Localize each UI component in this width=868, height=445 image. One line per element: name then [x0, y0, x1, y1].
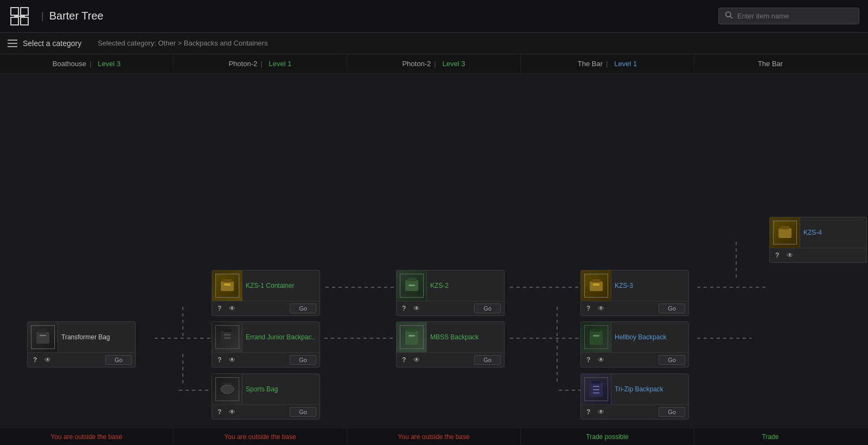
go-btn-kzs2[interactable]: Go — [474, 304, 501, 313]
eye-btn-transformer[interactable]: 👁 — [42, 355, 53, 365]
svg-rect-29 — [409, 335, 415, 337]
col-level-boathouse: Level 3 — [98, 60, 120, 68]
svg-rect-24 — [223, 330, 232, 332]
header-divider: | — [41, 10, 44, 22]
vert-col1 — [182, 307, 183, 338]
item-name-hellboy: Hellboy Backpack — [615, 333, 685, 341]
svg-rect-14 — [409, 285, 415, 286]
question-btn-errand[interactable]: ? — [215, 355, 224, 365]
item-info-transformer: Transformer Bag — [58, 322, 135, 352]
item-name-mbss: MBSS Backpack — [430, 333, 501, 341]
go-btn-transformer[interactable]: Go — [105, 355, 132, 365]
hamburger-menu[interactable] — [8, 40, 17, 47]
selected-category: Selected category: Other > Backpacks and… — [98, 39, 267, 47]
go-btn-errand[interactable]: Go — [290, 355, 316, 365]
col-header-boathouse: Boathouse | Level 3 — [0, 54, 174, 73]
footer-col-1: You are outside the base — [0, 428, 174, 445]
item-info-mbss: MBSS Backpack — [427, 322, 504, 352]
svg-rect-21 — [39, 330, 47, 333]
svg-rect-9 — [221, 281, 234, 291]
item-actions-mbss: ? 👁 Go — [397, 352, 504, 367]
item-actions-kzs1: ? 👁 Go — [212, 301, 320, 315]
svg-rect-34 — [223, 383, 232, 385]
item-info-kzs4: KZS-4 — [800, 217, 866, 248]
item-actions-kzs3: ? 👁 Go — [581, 301, 688, 315]
eye-btn-kzs3[interactable]: 👁 — [596, 304, 607, 313]
col-level-thebar-l1: Level 1 — [614, 60, 637, 68]
go-btn-kzs3[interactable]: Go — [659, 304, 685, 313]
svg-rect-11 — [224, 283, 231, 286]
svg-rect-18 — [778, 228, 792, 238]
item-card-kzs3: KZS-3 ? 👁 Go — [580, 270, 689, 316]
arrow-hellboy-right — [697, 338, 751, 339]
question-btn-sports[interactable]: ? — [215, 407, 224, 417]
item-info-kzs1: KZS-1 Container — [242, 270, 320, 301]
go-btn-hellboy[interactable]: Go — [659, 355, 685, 365]
item-thumb-kzs4 — [770, 217, 800, 248]
question-btn-transformer[interactable]: ? — [31, 355, 39, 365]
svg-rect-26 — [224, 337, 231, 339]
question-btn-kzs3[interactable]: ? — [584, 304, 592, 313]
arrow-kzs3-kzs4 — [697, 287, 768, 288]
col-name-thebar-l1: The Bar — [578, 60, 603, 68]
svg-rect-37 — [593, 386, 599, 387]
item-info-kzs2: KZS-2 — [427, 270, 504, 301]
go-btn-kzs1[interactable]: Go — [290, 304, 316, 313]
item-card-kzs4: KZS-4 ? 👁 — [769, 217, 867, 263]
item-actions-hellboy: ? 👁 Go — [581, 352, 688, 367]
svg-rect-10 — [223, 279, 232, 282]
col-header-thebar-l1: The Bar | Level 1 — [521, 54, 694, 73]
item-name-trizip: Tri-Zip Backpack — [615, 385, 685, 393]
svg-rect-0 — [11, 8, 18, 15]
item-thumb-trizip — [581, 374, 611, 404]
search-input[interactable] — [737, 12, 852, 20]
vert-kzs4 — [736, 242, 737, 279]
vert-col1-sports — [182, 354, 183, 385]
item-thumb-kzs2 — [397, 270, 427, 301]
item-card-errand: Errand Junior Backpac.. ? 👁 Go — [212, 321, 320, 367]
eye-btn-kzs4[interactable]: 👁 — [784, 250, 795, 260]
col-name-boathouse: Boathouse — [53, 60, 86, 68]
eye-btn-errand[interactable]: 👁 — [227, 355, 238, 365]
question-btn-mbss[interactable]: ? — [400, 355, 408, 365]
question-btn-kzs1[interactable]: ? — [215, 304, 224, 313]
item-card-kzs1: KZS-1 Container ? 👁 Go — [212, 270, 320, 316]
go-btn-sports[interactable]: Go — [290, 407, 316, 417]
go-btn-trizip[interactable]: Go — [659, 407, 685, 417]
item-actions-trizip: ? 👁 Go — [581, 404, 688, 419]
col-header-photon2-l3: Photon-2 | Level 3 — [347, 54, 521, 73]
arrow-kzs2-kzs3 — [510, 287, 580, 288]
eye-btn-mbss[interactable]: 👁 — [411, 355, 422, 365]
question-btn-kzs2[interactable]: ? — [400, 304, 408, 313]
item-thumb-transformer — [28, 322, 58, 352]
item-info-hellboy: Hellboy Backpack — [611, 322, 688, 352]
footer-bar: You are outside the base You are outside… — [0, 428, 868, 445]
question-btn-kzs4[interactable]: ? — [773, 250, 781, 260]
item-actions-kzs4: ? 👁 — [770, 248, 866, 262]
question-btn-hellboy[interactable]: ? — [584, 355, 592, 365]
search-bar[interactable] — [718, 8, 859, 24]
item-card-transformer: Transformer Bag ? 👁 Go — [27, 321, 136, 367]
eye-btn-hellboy[interactable]: 👁 — [596, 355, 607, 365]
svg-rect-25 — [224, 334, 231, 336]
svg-rect-30 — [590, 331, 603, 345]
svg-rect-2 — [11, 17, 18, 25]
go-btn-mbss[interactable]: Go — [474, 355, 501, 365]
eye-btn-trizip[interactable]: 👁 — [596, 407, 607, 417]
main-content: KZS-1 Container ? 👁 Go KZS-2 ? 👁 Go — [0, 74, 868, 428]
app-title: Barter Tree — [49, 10, 104, 22]
svg-rect-15 — [590, 281, 603, 291]
question-btn-trizip[interactable]: ? — [584, 407, 592, 417]
eye-btn-sports[interactable]: 👁 — [227, 407, 238, 417]
col-header-photon2-l1: Photon-2 | Level 1 — [174, 54, 347, 73]
item-actions-sports: ? 👁 Go — [212, 404, 320, 419]
item-info-trizip: Tri-Zip Backpack — [611, 374, 688, 404]
svg-rect-1 — [21, 8, 28, 15]
eye-btn-kzs2[interactable]: 👁 — [411, 304, 422, 313]
svg-line-8 — [730, 16, 732, 18]
svg-rect-13 — [407, 278, 416, 281]
item-thumb-hellboy — [581, 322, 611, 352]
item-name-kzs3: KZS-3 — [615, 282, 685, 289]
category-label[interactable]: Select a category — [23, 39, 81, 48]
eye-btn-kzs1[interactable]: 👁 — [227, 304, 238, 313]
